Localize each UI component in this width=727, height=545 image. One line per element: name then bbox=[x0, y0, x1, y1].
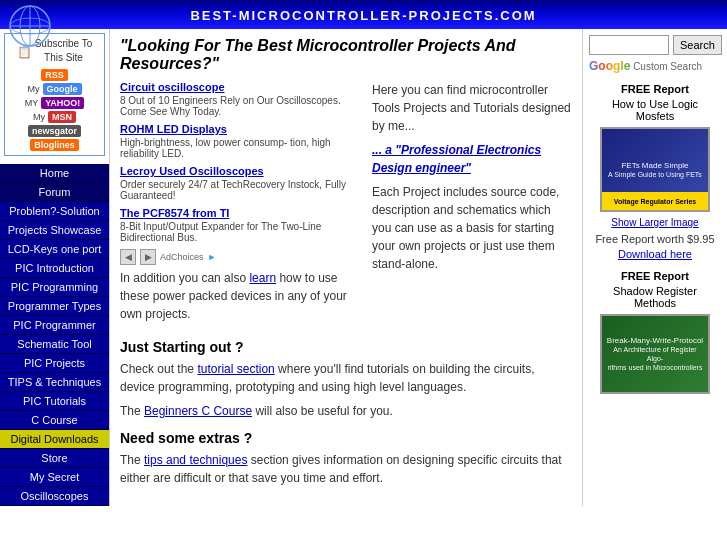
report-section-1: FREE Report How to Use Logic Mosfets FET… bbox=[589, 83, 721, 260]
book-cover-text-1: FETs Made SimpleA Simple Guide to Using … bbox=[604, 157, 706, 183]
nav-problem-solution[interactable]: Problem?-Solution bbox=[0, 202, 109, 221]
custom-search-label: Custom Search bbox=[633, 61, 702, 72]
section2-body: The tips and techniques section gives in… bbox=[120, 451, 572, 487]
professional-link[interactable]: ... a "Professional Electronics Design e… bbox=[372, 143, 541, 175]
section1-heading: Just Starting out ? bbox=[120, 339, 572, 355]
nav-pic-tutorials[interactable]: PIC Tutorials bbox=[0, 392, 109, 411]
nav-schematic-tool[interactable]: Schematic Tool bbox=[0, 335, 109, 354]
ad-choices-icon: ► bbox=[208, 252, 217, 262]
nav-digital-downloads[interactable]: Digital Downloads bbox=[0, 430, 109, 449]
free-report1-sub2: Mosfets bbox=[589, 110, 721, 122]
free-report1-sub1: How to Use Logic bbox=[589, 98, 721, 110]
free-report1-title: FREE Report bbox=[589, 83, 721, 95]
nav-menu: Home Forum Problem?-Solution Projects Sh… bbox=[0, 164, 109, 506]
content-area: "Looking For The Best Microcontroller Pr… bbox=[110, 29, 582, 506]
bloglines-item[interactable]: Bloglines bbox=[30, 139, 79, 151]
ad-link-2[interactable]: ROHM LED Displays bbox=[120, 123, 362, 135]
ad-next-btn[interactable]: ▶ bbox=[140, 249, 156, 265]
nav-programmer-types[interactable]: Programmer Types bbox=[0, 297, 109, 316]
learn-link[interactable]: learn bbox=[249, 271, 276, 285]
free-report2-sub1: Shadow Register bbox=[589, 285, 721, 297]
ad-desc-2: High-brightness, low power consump- tion… bbox=[120, 137, 362, 159]
msn-item[interactable]: My MSN bbox=[33, 111, 76, 123]
free-report2-sub2: Methods bbox=[589, 297, 721, 309]
site-header: best-microcontroller-projects.com bbox=[0, 0, 727, 29]
learn-text: In addition you can also learn how to us… bbox=[120, 269, 362, 323]
nav-pic-programming[interactable]: PIC Programming bbox=[0, 278, 109, 297]
google-logo: Google bbox=[589, 59, 630, 73]
rss-badge: RSS bbox=[41, 69, 68, 81]
ad-desc-1: 8 Out of 10 Engineers Rely on Our Oscill… bbox=[120, 95, 362, 117]
nav-my-secret[interactable]: My Secret bbox=[0, 468, 109, 487]
google-badge: Google bbox=[43, 83, 82, 95]
book-cover-1: FETs Made SimpleA Simple Guide to Using … bbox=[600, 127, 710, 212]
nav-forum[interactable]: Forum bbox=[0, 183, 109, 202]
stripe-text-1: Voltage Regulator Series bbox=[614, 198, 696, 205]
download-here-link[interactable]: Download here bbox=[618, 248, 692, 260]
yahoo-prefix: MY bbox=[25, 98, 39, 108]
beginners-c-link[interactable]: Beginners C Course bbox=[144, 404, 252, 418]
nav-c-course[interactable]: C Course bbox=[0, 411, 109, 430]
rss-icons: RSS My Google MY YAHOO! My MSN newsgator bbox=[9, 69, 100, 151]
section1-body2: The Beginners C Course will also be usef… bbox=[120, 402, 572, 420]
ad-nav: ◀ ▶ bbox=[120, 249, 156, 265]
search-box: Search bbox=[589, 35, 721, 55]
right-sidebar: Search Google Custom Search FREE Report … bbox=[582, 29, 727, 506]
nav-pic-intro[interactable]: PIC Introduction bbox=[0, 259, 109, 278]
newsgator-item[interactable]: newsgator bbox=[28, 125, 81, 137]
free-report-worth: Free Report worth $9.95 bbox=[589, 233, 721, 245]
content-left: Circuit oscilloscope 8 Out of 10 Enginee… bbox=[120, 81, 362, 329]
newsgator-badge: newsgator bbox=[28, 125, 81, 137]
book-cover-text-2: Break-Many-Write-ProtocolAn Architecture… bbox=[602, 332, 708, 376]
site-title: best-microcontroller-projects.com bbox=[190, 8, 536, 23]
free-report2-title: FREE Report bbox=[589, 270, 721, 282]
google-custom-search: Google Custom Search bbox=[589, 59, 721, 73]
search-button[interactable]: Search bbox=[673, 35, 722, 55]
bloglines-badge: Bloglines bbox=[30, 139, 79, 151]
nav-store[interactable]: Store bbox=[0, 449, 109, 468]
main-wrapper: 📋 Subscribe To This Site RSS My Google M… bbox=[0, 29, 727, 506]
ad-choices-bar: ◀ ▶ AdChoices ► bbox=[120, 249, 362, 265]
right-intro: Here you can find microcontroller Tools … bbox=[372, 81, 572, 135]
ad-prev-btn[interactable]: ◀ bbox=[120, 249, 136, 265]
content-right: Here you can find microcontroller Tools … bbox=[372, 81, 572, 329]
globe-icon bbox=[8, 4, 53, 52]
tutorial-link[interactable]: tutorial section bbox=[197, 362, 274, 376]
left-sidebar: 📋 Subscribe To This Site RSS My Google M… bbox=[0, 29, 110, 506]
msn-prefix: My bbox=[33, 112, 45, 122]
book-cover-stripe-1: Voltage Regulator Series bbox=[602, 192, 708, 210]
nav-home[interactable]: Home bbox=[0, 164, 109, 183]
yahoo-badge: YAHOO! bbox=[41, 97, 84, 109]
yahoo-item[interactable]: MY YAHOO! bbox=[25, 97, 85, 109]
section2-heading: Need some extras ? bbox=[120, 430, 572, 446]
book-cover-2: Break-Many-Write-ProtocolAn Architecture… bbox=[600, 314, 710, 394]
section1-body1: Check out the tutorial section where you… bbox=[120, 360, 572, 396]
ad-choices-label: AdChoices bbox=[160, 252, 204, 262]
right-link: ... a "Professional Electronics Design e… bbox=[372, 141, 572, 177]
google-prefix: My bbox=[28, 84, 40, 94]
nav-pic-projects[interactable]: PIC Projects bbox=[0, 354, 109, 373]
ad-desc-3: Order securely 24/7 at TechRecovery Inst… bbox=[120, 179, 362, 201]
ad-desc-4: 8-Bit Input/Output Expander for The Two-… bbox=[120, 221, 362, 243]
search-input[interactable] bbox=[589, 35, 669, 55]
nav-projects-showcase[interactable]: Projects Showcase bbox=[0, 221, 109, 240]
subscribe-subtitle: This Site bbox=[35, 52, 93, 63]
rss-item[interactable]: RSS bbox=[41, 69, 68, 81]
ad-link-1[interactable]: Circuit oscilloscope bbox=[120, 81, 362, 93]
show-larger-link[interactable]: Show Larger Image bbox=[589, 217, 721, 228]
main-heading: "Looking For The Best Microcontroller Pr… bbox=[120, 37, 572, 73]
google-item[interactable]: My Google bbox=[28, 83, 82, 95]
right-body: Each Project includes source code, descr… bbox=[372, 183, 572, 273]
nav-oscilloscopes[interactable]: Oscilloscopes bbox=[0, 487, 109, 506]
ad-link-4[interactable]: The PCF8574 from TI bbox=[120, 207, 362, 219]
report-section-2: FREE Report Shadow Register Methods Brea… bbox=[589, 270, 721, 394]
nav-pic-programmer[interactable]: PIC Programmer bbox=[0, 316, 109, 335]
msn-badge: MSN bbox=[48, 111, 76, 123]
content-grid: Circuit oscilloscope 8 Out of 10 Enginee… bbox=[120, 81, 572, 329]
tips-techniques-link[interactable]: tips and techniques bbox=[144, 453, 247, 467]
nav-tips-techniques[interactable]: TIPS & Techniques bbox=[0, 373, 109, 392]
nav-lcd-keys[interactable]: LCD-Keys one port bbox=[0, 240, 109, 259]
ad-link-3[interactable]: Lecroy Used Oscilloscopes bbox=[120, 165, 362, 177]
